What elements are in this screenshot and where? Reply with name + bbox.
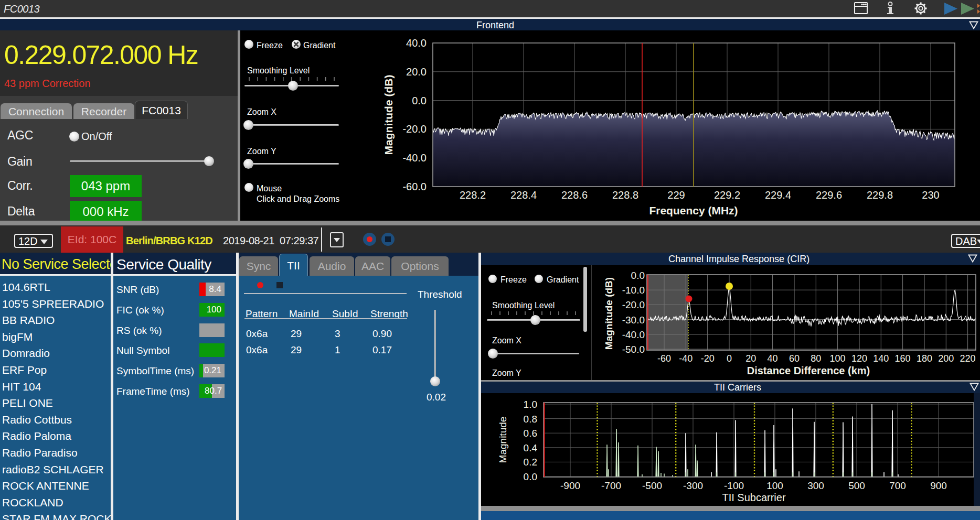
svg-text:0: 0: [727, 353, 732, 364]
svg-text:500: 500: [848, 480, 865, 491]
svg-text:0.0: 0.0: [631, 270, 645, 281]
svg-text:700: 700: [889, 480, 906, 491]
svg-text:-700: -700: [601, 480, 621, 491]
svg-text:220: 220: [960, 353, 976, 364]
svg-text:-900: -900: [560, 480, 580, 491]
svg-text:Magnitude: Magnitude: [497, 417, 508, 463]
svg-text:-30.0: -30.0: [622, 315, 645, 326]
svg-text:20.0: 20.0: [406, 66, 427, 78]
svg-text:-40.0: -40.0: [402, 152, 427, 164]
svg-text:Distance Difference (km): Distance Difference (km): [747, 365, 870, 376]
svg-text:100: 100: [830, 353, 846, 364]
svg-text:Frequency (MHz): Frequency (MHz): [649, 204, 738, 216]
svg-text:-60: -60: [657, 353, 671, 364]
svg-text:120: 120: [851, 353, 867, 364]
svg-text:229: 229: [667, 189, 685, 201]
svg-text:-20.0: -20.0: [402, 123, 427, 135]
svg-text:160: 160: [895, 353, 911, 364]
svg-text:0.8: 0.8: [524, 414, 537, 425]
svg-text:-20: -20: [701, 353, 715, 364]
svg-text:228.4: 228.4: [510, 189, 537, 201]
svg-text:-40.0: -40.0: [622, 329, 645, 340]
svg-text:Magnitude (dB): Magnitude (dB): [382, 75, 395, 155]
svg-text:-40: -40: [679, 353, 693, 364]
svg-text:0.6: 0.6: [524, 428, 537, 439]
svg-text:0.0: 0.0: [412, 95, 427, 106]
svg-text:228.2: 228.2: [460, 189, 486, 201]
svg-text:-60.0: -60.0: [402, 181, 427, 192]
svg-text:230: 230: [922, 189, 939, 201]
svg-text:-100: -100: [724, 480, 744, 491]
svg-text:-500: -500: [642, 480, 662, 491]
svg-text:180: 180: [917, 353, 932, 364]
svg-text:100: 100: [766, 480, 783, 491]
svg-text:0.4: 0.4: [524, 442, 538, 453]
svg-text:1.0: 1.0: [524, 399, 537, 410]
svg-text:229.8: 229.8: [867, 189, 893, 201]
svg-text:-300: -300: [683, 480, 703, 491]
svg-text:300: 300: [807, 480, 824, 491]
svg-text:-50.0: -50.0: [622, 344, 645, 355]
svg-text:0.0: 0.0: [524, 471, 537, 482]
svg-text:-20.0: -20.0: [622, 299, 645, 310]
svg-text:40.0: 40.0: [406, 37, 427, 49]
svg-text:228.6: 228.6: [561, 189, 588, 201]
svg-text:0.2: 0.2: [524, 457, 537, 468]
svg-text:229.4: 229.4: [765, 189, 791, 201]
svg-text:200: 200: [938, 353, 954, 364]
svg-text:-10.0: -10.0: [622, 285, 645, 296]
svg-text:229.6: 229.6: [816, 189, 842, 201]
svg-text:900: 900: [930, 480, 947, 491]
svg-text:228.8: 228.8: [612, 189, 638, 201]
svg-text:229.2: 229.2: [714, 189, 740, 201]
svg-text:40: 40: [768, 353, 778, 364]
svg-text:TII Subcarrier: TII Subcarrier: [722, 492, 785, 503]
svg-text:60: 60: [789, 353, 800, 364]
svg-text:20: 20: [745, 353, 756, 364]
svg-text:80: 80: [811, 353, 821, 364]
svg-text:140: 140: [873, 353, 889, 364]
svg-text:Magnitude (dB): Magnitude (dB): [603, 277, 614, 350]
